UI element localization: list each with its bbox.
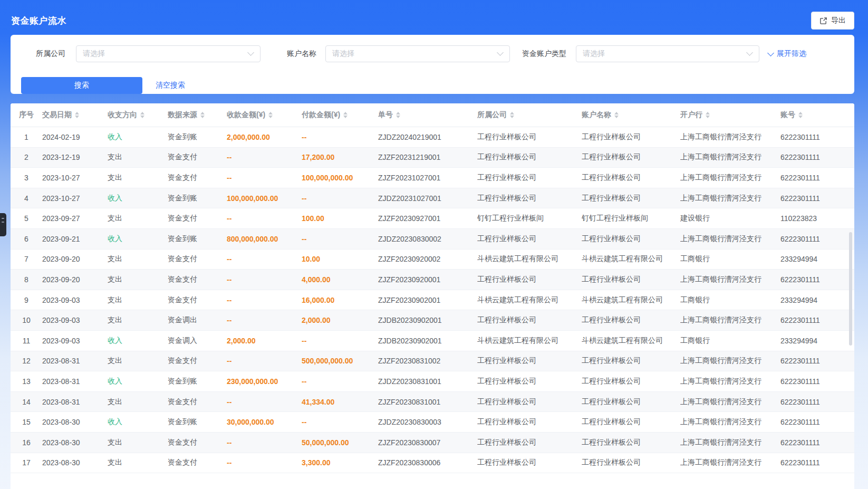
column-header-account_no[interactable]: 账号 xyxy=(780,110,854,120)
clear-search-link[interactable]: 清空搜索 xyxy=(156,81,185,90)
sort-carets-icon[interactable] xyxy=(343,112,348,118)
sort-carets-icon[interactable] xyxy=(798,112,803,118)
column-header-expense[interactable]: 付款金额(¥) xyxy=(302,110,378,120)
column-header-source[interactable]: 数据来源 xyxy=(168,110,227,120)
sort-carets-icon[interactable] xyxy=(200,112,205,118)
cell-date: 2023-08-31 xyxy=(42,398,108,406)
company-filter-label: 所属公司 xyxy=(36,49,65,59)
cell-index: 6 xyxy=(11,235,42,243)
cell-account_no: 6222301111 xyxy=(780,133,854,141)
cell-date: 2023-08-30 xyxy=(42,458,108,467)
cell-income: 230,000,000.00 xyxy=(227,377,302,386)
cell-bank: 上海工商银行漕河泾支行 xyxy=(680,152,780,162)
sort-carets-icon[interactable] xyxy=(510,112,514,118)
fund-type-select[interactable]: 请选择 xyxy=(576,45,759,62)
column-header-date[interactable]: 交易日期 xyxy=(42,110,108,120)
column-header-company[interactable]: 所属公司 xyxy=(477,110,582,120)
cell-company: 工程行业样板公司 xyxy=(477,377,582,386)
sort-carets-icon[interactable] xyxy=(268,112,273,118)
cell-direction: 支出 xyxy=(108,295,168,305)
cell-account_no: 6222301111 xyxy=(780,275,854,284)
column-header-account_name[interactable]: 账户名称 xyxy=(582,110,680,120)
table-row: 42023-10-27收入资金到账100,000,000.00--ZJDZ202… xyxy=(11,188,854,209)
cell-direction: 收入 xyxy=(108,377,168,386)
cell-income: -- xyxy=(227,438,302,447)
cell-direction: 支出 xyxy=(108,397,168,407)
sort-carets-icon[interactable] xyxy=(140,112,144,118)
table-row: 132023-08-31收入资金到账230,000,000.00--ZJDZ20… xyxy=(11,371,854,392)
cell-date: 2023-09-03 xyxy=(42,337,108,345)
cell-account_name: 工程行业样板公司 xyxy=(582,234,680,244)
cell-income: -- xyxy=(227,398,302,406)
chevron-down-icon xyxy=(746,49,753,56)
table-row: 52023-09-27支出资金支付--100.00ZJZF20230927001… xyxy=(11,208,854,229)
cell-direction: 支出 xyxy=(108,315,168,325)
cell-company: 工程行业样板公司 xyxy=(477,458,582,467)
cell-bank: 上海工商银行漕河泾支行 xyxy=(680,194,780,203)
cell-expense: 41,334.00 xyxy=(302,398,378,406)
column-header-direction[interactable]: 收支方向 xyxy=(108,110,168,120)
company-select[interactable]: 请选择 xyxy=(76,45,261,62)
table-row: 112023-09-03收入资金调入2,000.00--ZJDB20230902… xyxy=(11,331,854,351)
account-select[interactable]: 请选择 xyxy=(325,45,510,62)
cell-expense: 17,200.00 xyxy=(302,153,378,161)
cell-expense: -- xyxy=(302,377,378,386)
table-row: 22023-12-19支出资金支付--17,200.00ZJZF20231219… xyxy=(11,148,854,168)
cell-order_no: ZJZF20230830006 xyxy=(378,458,477,467)
cell-income: -- xyxy=(227,458,302,467)
cell-order_no: ZJDZ20230830002 xyxy=(378,235,477,243)
cell-account_name: 斗栱云建筑工程有限公司 xyxy=(582,336,680,346)
cell-expense: -- xyxy=(302,337,378,345)
cell-account_name: 工程行业样板公司 xyxy=(582,438,680,447)
cell-bank: 工商银行 xyxy=(680,336,780,346)
cell-source: 资金到账 xyxy=(168,234,227,244)
cell-direction: 收入 xyxy=(108,194,168,203)
cell-source: 资金到账 xyxy=(168,194,227,203)
cell-account_name: 工程行业样板公司 xyxy=(582,132,680,142)
cell-index: 14 xyxy=(11,398,42,406)
vertical-scrollbar-thumb[interactable] xyxy=(849,232,852,346)
side-drawer-handle[interactable] xyxy=(0,213,6,236)
column-header-bank[interactable]: 开户行 xyxy=(680,110,780,120)
column-header-income[interactable]: 收款金额(¥) xyxy=(227,110,302,120)
filter-panel: 所属公司 请选择 账户名称 请选择 资金账户类型 请选择 xyxy=(11,35,854,94)
cell-account_no: 6222301111 xyxy=(780,235,854,243)
cell-source: 资金支付 xyxy=(168,356,227,366)
cell-index: 10 xyxy=(11,316,42,324)
chevron-down-icon xyxy=(497,49,504,56)
cell-order_no: ZJDB20230902001 xyxy=(378,337,477,345)
sort-carets-icon[interactable] xyxy=(396,112,400,118)
table-row: 12024-02-19收入资金到账2,000,000.00--ZJDZ20240… xyxy=(11,127,854,148)
column-header-index: 序号 xyxy=(11,110,42,120)
cell-direction: 收入 xyxy=(108,234,168,244)
cell-income: 800,000,000.00 xyxy=(227,235,302,243)
cell-bank: 上海工商银行漕河泾支行 xyxy=(680,438,780,447)
cell-index: 12 xyxy=(11,357,42,365)
expand-filters-link[interactable]: 展开筛选 xyxy=(768,49,806,59)
sort-carets-icon[interactable] xyxy=(706,112,710,118)
cell-order_no: ZJDZ20230831001 xyxy=(378,377,477,386)
search-button[interactable]: 搜索 xyxy=(21,77,142,94)
cell-direction: 支出 xyxy=(108,152,168,162)
sort-carets-icon[interactable] xyxy=(75,112,79,118)
cell-account_no: 233294994 xyxy=(780,296,854,304)
cell-index: 15 xyxy=(11,418,42,426)
fund-type-filter-label: 资金账户类型 xyxy=(522,49,566,59)
cell-direction: 支出 xyxy=(108,173,168,183)
sort-carets-icon[interactable] xyxy=(614,112,619,118)
table-row: 62023-09-21收入资金到账800,000,000.00--ZJDZ202… xyxy=(11,229,854,250)
column-header-order_no[interactable]: 单号 xyxy=(378,110,477,120)
cell-index: 2 xyxy=(11,153,42,161)
cell-account_name: 工程行业样板公司 xyxy=(582,458,680,467)
cell-index: 5 xyxy=(11,214,42,223)
cell-account_name: 工程行业样板公司 xyxy=(582,397,680,407)
cell-company: 斗栱云建筑工程有限公司 xyxy=(477,254,582,264)
cell-date: 2023-12-19 xyxy=(42,153,108,161)
cell-source: 资金支付 xyxy=(168,438,227,447)
cell-income: -- xyxy=(227,214,302,223)
cell-index: 8 xyxy=(11,275,42,284)
table-row: 142023-08-31支出资金支付--41,334.00ZJZF2023083… xyxy=(11,392,854,413)
cell-order_no: ZJZF20231219001 xyxy=(378,153,477,161)
export-button[interactable]: 导出 xyxy=(811,12,854,30)
cell-company: 工程行业样板公司 xyxy=(477,152,582,162)
